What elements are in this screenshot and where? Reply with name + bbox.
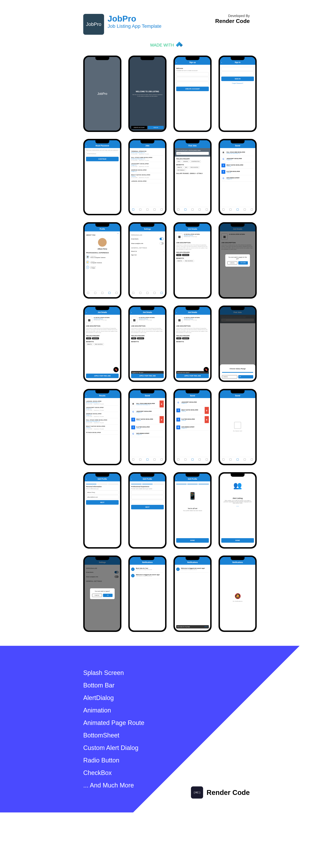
back-icon[interactable]: ‹ xyxy=(86,395,87,397)
delete-icon[interactable]: 🗑 xyxy=(205,416,209,423)
delete-icon[interactable]: 🗑 xyxy=(205,407,209,414)
nav-jobs[interactable] xyxy=(177,459,180,461)
signin-button[interactable]: SIGN IN xyxy=(221,76,254,81)
email-input[interactable]: Email Address xyxy=(86,152,119,156)
job-item[interactable]: FULL STACK WEB DEVELOPERRenderCode Techn… xyxy=(131,156,164,162)
nav-jobs[interactable] xyxy=(222,459,225,461)
email-input[interactable] xyxy=(221,67,254,71)
nav-profile[interactable] xyxy=(153,209,156,211)
next-button[interactable]: NEXT xyxy=(131,505,164,509)
name-input[interactable]: Allison Perry xyxy=(86,490,119,494)
back-icon[interactable]: ‹ xyxy=(131,311,132,313)
back-icon[interactable]: ‹ xyxy=(221,61,222,63)
job-item[interactable]: REACT NATIVE DEVELOPERFacebook12 June 20… xyxy=(131,173,164,179)
forgot-password-link[interactable]: Forgot Password? xyxy=(221,83,254,84)
saved-item[interactable]: fREACT NATIVE DEVELOPERFacebook🗑 xyxy=(176,406,209,415)
job-item[interactable]: JAVASCRIPT DEVELOPERGoogle LLC12 June 20… xyxy=(86,406,119,412)
experience-input[interactable] xyxy=(131,500,164,504)
nav-search[interactable] xyxy=(139,209,142,211)
nav-saved[interactable] xyxy=(101,292,104,294)
nav-profile[interactable] xyxy=(198,459,201,461)
tag-banking[interactable]: BANKING xyxy=(182,160,189,162)
nav-profile[interactable] xyxy=(198,209,201,211)
back-icon[interactable]: ‹ xyxy=(86,145,87,147)
nav-jobs[interactable] xyxy=(132,209,135,211)
job-item[interactable]: PYTHON DEVELOPER xyxy=(86,431,119,435)
nav-jobs[interactable] xyxy=(132,459,135,461)
nav-saved[interactable] xyxy=(146,209,149,211)
category-input[interactable] xyxy=(131,495,164,499)
saved-item[interactable]: fREACT NATIVE DEVELOPERFacebook🗑 xyxy=(131,415,164,424)
saved-item[interactable]: fFLUTTER DEVELOPERFacebook🗑 xyxy=(176,415,209,424)
password-input[interactable] xyxy=(176,82,209,86)
ok-button[interactable]: OK xyxy=(238,375,253,378)
back-icon[interactable]: ‹ xyxy=(86,311,87,313)
nav-settings[interactable] xyxy=(251,209,253,211)
back-icon[interactable]: ‹ xyxy=(131,478,132,480)
back-icon[interactable]: ‹ xyxy=(176,311,177,313)
nav-jobs[interactable] xyxy=(177,209,180,211)
delete-icon[interactable]: 🗑 xyxy=(160,416,164,423)
name-input[interactable] xyxy=(176,72,209,76)
saved-item[interactable]: RFULL STACK WEB DEVELOPERRenderCode Tech… xyxy=(131,399,164,409)
nav-jobs[interactable] xyxy=(87,292,90,294)
nav-settings[interactable] xyxy=(115,292,118,294)
create-account-button[interactable]: CREATE ACCOUNT xyxy=(131,126,147,129)
toggle-off[interactable] xyxy=(160,242,164,245)
nav-profile[interactable] xyxy=(243,209,246,211)
back-icon[interactable]: ‹ xyxy=(176,228,177,230)
saved-item[interactable]: GJAVASCRIPT DEVELOPERGoogle LLC xyxy=(131,409,164,415)
setting-signout[interactable]: Sign Out› xyxy=(131,253,164,257)
job-item[interactable]: LARAVEL DEVELOPERRenderCode Technology, … xyxy=(86,399,119,406)
job-item[interactable]: REACT NATIVE DEVELOPERFacebook12 June 20… xyxy=(86,425,119,431)
apply-button[interactable]: APPLY FOR THIS JOB xyxy=(131,374,164,378)
nav-settings[interactable] xyxy=(205,209,208,211)
create-account-button[interactable]: CREATE ACCOUNT xyxy=(176,87,209,91)
signin-button[interactable]: SIGN IN xyxy=(148,126,164,129)
nav-saved[interactable] xyxy=(191,209,194,211)
tag-tech[interactable]: TECH xyxy=(176,160,181,162)
edit-icon[interactable]: ✎ xyxy=(118,233,119,237)
tag-pet-friendly[interactable]: PET-FRIENDLY xyxy=(176,169,186,171)
nav-jobs[interactable] xyxy=(132,292,135,294)
apply-button[interactable]: APPLY FOR THIS JOB xyxy=(176,374,209,378)
cancel-button[interactable]: CANCEL xyxy=(222,375,237,378)
saved-item[interactable]: GJAVASCRIPT DEVELOPERGoogle LLC xyxy=(221,156,254,162)
nav-profile[interactable] xyxy=(153,292,156,294)
job-item[interactable]: ANDROID DEVELOPERGoogle LLC12 June 2020E… xyxy=(86,412,119,418)
job-item[interactable]: LARAVEL DEVELOPER xyxy=(131,179,164,183)
toggle-on[interactable] xyxy=(160,238,164,240)
nav-jobs[interactable] xyxy=(222,209,225,211)
saved-item[interactable]: fFLUTTER DEVELOPERFacebook xyxy=(131,424,164,431)
email-input[interactable]: allison@test.com xyxy=(86,495,119,499)
nav-saved[interactable] xyxy=(236,459,239,461)
tag-construction[interactable]: CONSTRUCTION xyxy=(190,160,201,162)
cancel-button[interactable]: CANCEL xyxy=(92,594,102,597)
nav-profile[interactable] xyxy=(108,292,111,294)
undo-button[interactable]: UNDO xyxy=(204,626,208,627)
email-input[interactable] xyxy=(176,77,209,81)
next-button[interactable]: NEXT xyxy=(86,500,119,505)
search-input[interactable]: Search xyxy=(176,152,209,155)
setting-about[interactable]: About Us› xyxy=(131,249,164,253)
nav-saved[interactable] xyxy=(191,459,194,461)
nav-settings[interactable] xyxy=(160,459,163,461)
slider[interactable] xyxy=(222,372,253,373)
job-item[interactable]: ANDROID DEVELOPERGoogle LLC xyxy=(131,168,164,173)
continue-button[interactable]: CONTINUE xyxy=(86,157,119,161)
tag-remote[interactable]: REMOTE xyxy=(176,166,183,168)
nav-saved[interactable] xyxy=(236,209,239,211)
confirm-button[interactable]: I'M SURE xyxy=(238,261,248,265)
nav-settings[interactable] xyxy=(205,459,208,461)
setting-analytics[interactable]: Share analytics info xyxy=(131,241,164,246)
tag-paid-vacation[interactable]: PAID VACATION xyxy=(189,166,199,168)
saved-item[interactable]: GDATA MINING EXPERTGoogle LLC xyxy=(131,431,164,437)
setting-email-alerts[interactable]: Email Alerts xyxy=(131,237,164,241)
notification-item[interactable]: ✓Welcome to biggest job search app!Lorem… xyxy=(131,572,164,579)
nav-search[interactable] xyxy=(184,209,187,211)
saved-item[interactable]: GDATA MINING EXPERTGoogle LLC xyxy=(176,424,209,431)
notification-item[interactable]: ✓Welcome to biggest job search app!Lorem… xyxy=(176,566,209,572)
nav-search[interactable] xyxy=(229,209,232,211)
saved-item[interactable]: fFLUTTER DEVELOPERFacebook xyxy=(221,169,254,175)
nav-settings[interactable] xyxy=(160,209,163,211)
